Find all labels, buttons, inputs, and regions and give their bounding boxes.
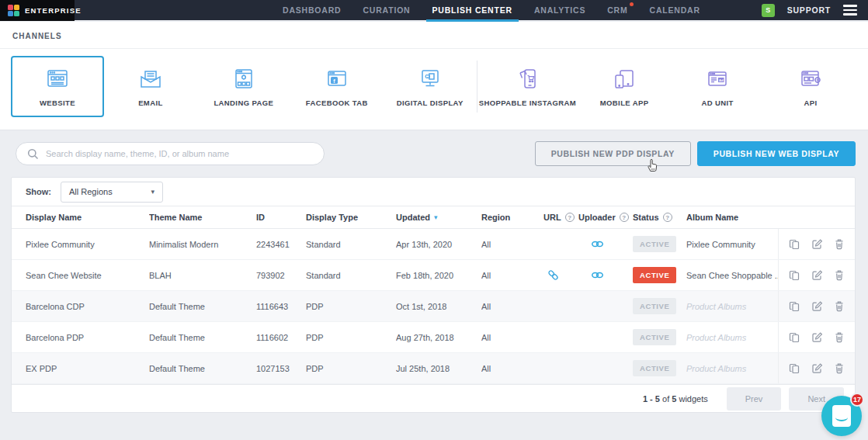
channel-tile-ad-unit[interactable]: Ad AD UNIT bbox=[671, 56, 764, 117]
website-icon bbox=[43, 67, 71, 92]
region-filter-select[interactable]: All Regions ▾ bbox=[61, 182, 163, 203]
publish-new-pdp-display-button[interactable]: PUBLISH NEW PDP DISPLAY bbox=[535, 141, 691, 166]
url-link-icon[interactable] bbox=[547, 269, 559, 281]
cell-theme-name: Default Theme bbox=[149, 333, 256, 342]
nav-item-publish-center[interactable]: PUBLISH CENTER bbox=[432, 0, 512, 20]
top-navigation: ENTERPRISE DASHBOARD CURATION PUBLISH CE… bbox=[0, 0, 868, 20]
cell-status: ACTIVE bbox=[633, 298, 686, 314]
email-icon bbox=[137, 67, 165, 92]
mobile-app-icon bbox=[610, 67, 638, 92]
channel-tile-website[interactable]: WEBSITE bbox=[11, 56, 104, 117]
cell-id: 793902 bbox=[256, 271, 306, 280]
channel-tile-api[interactable]: API bbox=[764, 56, 857, 117]
chat-widget-button[interactable]: 17 bbox=[821, 396, 862, 436]
displays-table-card: Show: All Regions ▾ Display Name Theme N… bbox=[11, 177, 856, 413]
column-header-display-name[interactable]: Display Name bbox=[12, 213, 149, 222]
avatar[interactable]: S bbox=[762, 4, 775, 17]
channel-tile-digital-display[interactable]: DIGITAL DISPLAY bbox=[384, 56, 477, 117]
channel-label: API bbox=[804, 99, 817, 107]
uploader-link-icon[interactable] bbox=[591, 271, 604, 279]
column-header-uploader[interactable]: Uploader? bbox=[578, 213, 633, 222]
edit-icon[interactable] bbox=[811, 269, 824, 282]
channel-tile-email[interactable]: EMAIL bbox=[104, 56, 197, 117]
channel-tile-mobile-app[interactable]: MOBILE APP bbox=[578, 56, 671, 117]
nav-item-curation[interactable]: CURATION bbox=[363, 0, 410, 20]
nav-item-crm[interactable]: CRM bbox=[607, 0, 627, 20]
publish-new-web-display-button[interactable]: PUBLISH NEW WEB DISPLAY bbox=[697, 141, 856, 166]
chat-icon bbox=[832, 405, 851, 427]
api-icon bbox=[797, 67, 825, 92]
edit-icon[interactable] bbox=[811, 331, 824, 344]
help-icon[interactable]: ? bbox=[620, 213, 629, 222]
edit-icon[interactable] bbox=[811, 237, 824, 251]
copy-icon[interactable] bbox=[788, 300, 800, 313]
brand-name: ENTERPRISE bbox=[25, 6, 82, 15]
support-link[interactable]: SUPPORT bbox=[787, 5, 831, 15]
column-header-region[interactable]: Region bbox=[481, 213, 543, 222]
cell-display-type: PDP bbox=[306, 302, 396, 311]
cell-id: 1027153 bbox=[256, 364, 306, 373]
toolbar: PUBLISH NEW PDP DISPLAY PUBLISH NEW WEB … bbox=[16, 141, 856, 166]
nav-items: DASHBOARD CURATION PUBLISH CENTER ANALYT… bbox=[283, 0, 700, 20]
nav-right: S SUPPORT bbox=[762, 4, 868, 17]
crm-notification-dot bbox=[630, 2, 634, 6]
column-header-album-name[interactable]: Album Name bbox=[686, 213, 778, 222]
copy-icon[interactable] bbox=[788, 269, 800, 282]
ad-unit-icon: Ad bbox=[703, 67, 731, 92]
table-row[interactable]: Barcelona CDP Default Theme 1116643 PDP … bbox=[12, 291, 855, 322]
table-row[interactable]: Sean Chee Website BLAH 793902 Standard F… bbox=[12, 260, 855, 291]
nav-item-calendar[interactable]: CALENDAR bbox=[650, 0, 700, 20]
cell-display-name: Barcelona PDP bbox=[12, 333, 149, 342]
column-header-status[interactable]: Status? bbox=[633, 213, 686, 222]
cell-display-type: PDP bbox=[306, 364, 396, 373]
delete-icon[interactable] bbox=[833, 362, 845, 375]
cell-status: ACTIVE bbox=[633, 329, 686, 345]
delete-icon[interactable] bbox=[833, 300, 845, 313]
cell-url bbox=[543, 269, 578, 281]
table-row[interactable]: EX PDP Default Theme 1027153 PDP Jul 25t… bbox=[12, 353, 855, 384]
delete-icon[interactable] bbox=[833, 331, 845, 344]
nav-item-dashboard[interactable]: DASHBOARD bbox=[283, 0, 341, 20]
help-icon[interactable]: ? bbox=[663, 213, 672, 222]
cell-display-name: EX PDP bbox=[12, 364, 149, 373]
column-header-updated[interactable]: Updated▾ bbox=[396, 213, 481, 222]
cell-uploader bbox=[578, 271, 633, 279]
cell-actions bbox=[778, 260, 855, 290]
column-header-display-type[interactable]: Display Type bbox=[306, 213, 396, 222]
nav-item-analytics[interactable]: ANALYTICS bbox=[534, 0, 585, 20]
sort-descending-icon: ▾ bbox=[434, 213, 438, 221]
delete-icon[interactable] bbox=[833, 269, 845, 282]
facebook-tab-icon: f bbox=[323, 67, 351, 92]
channel-tile-landing-page[interactable]: LANDING PAGE bbox=[197, 56, 290, 117]
copy-icon[interactable] bbox=[788, 331, 800, 344]
search-input[interactable] bbox=[46, 149, 313, 158]
table-row[interactable]: Barcelona PDP Default Theme 1116602 PDP … bbox=[12, 322, 855, 353]
cell-region: All bbox=[481, 302, 543, 311]
channel-label: SHOPPABLE INSTAGRAM bbox=[479, 99, 576, 107]
channel-tiles: WEBSITE EMAIL LANDING PAGE f FACEBOOK TA… bbox=[0, 49, 868, 117]
cell-display-name: Pixlee Community bbox=[12, 240, 149, 249]
table-row[interactable]: Pixlee Community Minimalist Modern 22434… bbox=[12, 229, 855, 260]
channel-tile-facebook-tab[interactable]: f FACEBOOK TAB bbox=[290, 56, 384, 117]
cell-updated: Feb 18th, 2020 bbox=[396, 271, 481, 280]
copy-icon[interactable] bbox=[788, 362, 800, 375]
channel-tile-shoppable-instagram[interactable]: SHOPPABLE INSTAGRAM bbox=[477, 56, 578, 117]
cell-display-name: Sean Chee Website bbox=[12, 271, 149, 280]
brand-logo[interactable]: ENTERPRISE bbox=[0, 0, 75, 21]
edit-icon[interactable] bbox=[811, 362, 824, 375]
hamburger-menu-icon[interactable] bbox=[843, 5, 857, 16]
column-header-theme-name[interactable]: Theme Name bbox=[149, 213, 256, 222]
channel-label: FACEBOOK TAB bbox=[306, 99, 368, 107]
search-box[interactable] bbox=[16, 142, 325, 165]
uploader-link-icon[interactable] bbox=[591, 240, 604, 248]
prev-button[interactable]: Prev bbox=[727, 387, 782, 411]
copy-icon[interactable] bbox=[788, 237, 800, 251]
help-icon[interactable]: ? bbox=[565, 213, 575, 222]
channel-label: LANDING PAGE bbox=[214, 99, 273, 107]
cell-album-name: Product Albums bbox=[686, 302, 778, 311]
edit-icon[interactable] bbox=[811, 300, 824, 313]
column-header-url[interactable]: URL? bbox=[543, 213, 578, 222]
delete-icon[interactable] bbox=[833, 237, 845, 251]
column-header-id[interactable]: ID bbox=[256, 213, 306, 222]
channels-title: CHANNELS bbox=[0, 22, 868, 49]
